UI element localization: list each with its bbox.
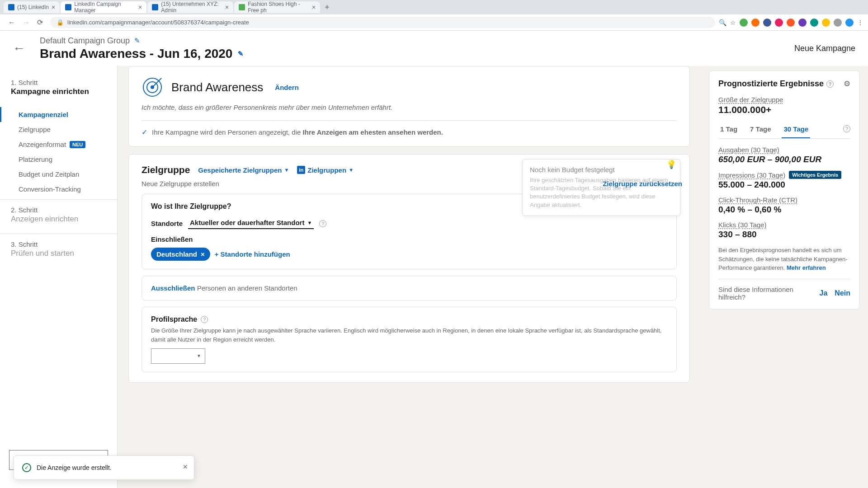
campaign-group-title: Default Campaign Group✎ — [40, 36, 244, 46]
tooltip-title: Noch kein Budget festgelegt — [530, 166, 673, 174]
extension-icon[interactable] — [810, 19, 818, 27]
audience-card: Zielgruppe Gespeicherte Zielgruppen▼ inZ… — [128, 154, 690, 383]
success-toast: ✓ Die Anzeige wurde erstellt. × — [14, 455, 194, 480]
extension-icon[interactable] — [787, 19, 795, 27]
objective-card: Brand Awareness Ändern Ich möchte, dass … — [128, 66, 690, 147]
location-type-dropdown[interactable]: Aktueller oder dauerhafter Standort▼ — [188, 218, 314, 229]
step-title: Kampagne einrichten — [11, 87, 106, 96]
objective-description: Ich möchte, dass ein größerer Personenkr… — [142, 103, 677, 111]
exclude-text: Personen an anderen Standorten — [195, 284, 297, 292]
close-icon[interactable]: × — [138, 4, 142, 11]
extension-icon[interactable] — [751, 19, 760, 27]
step-number: 3. Schritt — [11, 240, 106, 248]
profile-language-section: Profilsprache ? Die Größe Ihrer Zielgrup… — [142, 307, 677, 372]
forecast-title: Prognostizierte Ergebnisse? — [718, 79, 834, 89]
ctr-metric: Click-Through-Rate (CTR) 0,40 % – 0,60 % — [718, 196, 850, 215]
radar-icon — [142, 76, 163, 98]
browser-tab[interactable]: (15) LinkedIn× — [4, 1, 60, 13]
close-icon[interactable]: × — [183, 462, 188, 472]
remove-chip-icon[interactable]: × — [201, 250, 205, 258]
reload-icon[interactable]: ⟳ — [33, 18, 47, 27]
menu-icon[interactable]: ⋮ — [857, 19, 863, 26]
key-result-badge: Wichtiges Ergebnis — [789, 171, 841, 179]
sidebar-item-zielgruppe[interactable]: Zielgruppe — [0, 122, 117, 137]
help-icon[interactable]: ? — [843, 125, 850, 132]
sidebar-item-kampagnenziel[interactable]: Kampagnenziel — [0, 107, 117, 122]
browser-tab-active[interactable]: LinkedIn Campaign Manager× — [61, 1, 146, 13]
app-header: ← Default Campaign Group✎ Brand Awarenes… — [0, 31, 868, 66]
learn-more-link[interactable]: Mehr erfahren — [787, 264, 826, 271]
extension-icon[interactable] — [740, 19, 748, 27]
audience-title: Zielgruppe — [142, 164, 190, 175]
favicon — [65, 4, 71, 10]
new-tab-button[interactable]: + — [321, 3, 333, 12]
check-icon: ✓ — [22, 463, 31, 472]
extension-icon[interactable] — [822, 19, 830, 27]
reset-audience-link[interactable]: Zielgruppe zurücksetzen — [603, 180, 682, 188]
locations-label: Standorte — [151, 220, 183, 227]
spend-metric: Ausgaben (30 Tage) 650,00 EUR – 900,00 E… — [718, 146, 850, 164]
sidebar-item-budget[interactable]: Budget und Zeitplan — [0, 167, 117, 182]
tab-7-days[interactable]: 7 Tage — [748, 122, 773, 138]
close-icon[interactable]: × — [225, 4, 229, 11]
forecast-disclaimer: Bei den Ergebnisprognosen handelt es sic… — [718, 246, 850, 272]
extension-icon[interactable] — [798, 19, 807, 27]
add-location-button[interactable]: +Standorte hinzufügen — [215, 250, 290, 258]
saved-audiences-dropdown[interactable]: Gespeicherte Zielgruppen▼ — [198, 166, 289, 174]
edit-icon[interactable]: ✎ — [238, 50, 244, 58]
plus-icon: + — [215, 250, 219, 258]
helpful-yes-button[interactable]: Ja — [820, 289, 828, 297]
forward-icon[interactable]: → — [19, 19, 33, 27]
step-3[interactable]: 3. Schritt Prüfen und starten — [0, 237, 117, 265]
language-dropdown[interactable] — [151, 348, 205, 364]
sidebar-item-platzierung[interactable]: Platzierung — [0, 152, 117, 167]
gear-icon[interactable]: ⚙ — [844, 79, 850, 89]
help-icon[interactable]: ? — [319, 220, 326, 227]
forecast-panel: Prognostizierte Ergebnisse? ⚙ Größe der … — [701, 66, 868, 488]
browser-tab-strip: (15) LinkedIn× LinkedIn Campaign Manager… — [0, 0, 868, 14]
new-badge: NEU — [70, 141, 85, 148]
extension-icon[interactable] — [775, 19, 783, 27]
zoom-icon[interactable]: 🔍 — [719, 19, 726, 26]
objective-title: Brand Awareness — [171, 80, 263, 94]
step-title: Prüfen und starten — [11, 249, 106, 258]
location-chip: Deutschland× — [151, 248, 210, 261]
url-input[interactable]: 🔒linkedin.com/campaignmanager/account/50… — [50, 17, 715, 28]
sidebar: 1. Schritt Kampagne einrichten Kampagnen… — [0, 66, 118, 488]
favicon — [8, 4, 14, 10]
avatar-icon[interactable] — [845, 19, 854, 27]
helpful-no-button[interactable]: Nein — [835, 289, 850, 297]
audience-size-label: Größe der Zielgruppe — [718, 96, 850, 103]
back-arrow-icon[interactable]: ← — [13, 41, 25, 56]
audience-size-value: 11.000.000+ — [718, 104, 850, 115]
favicon — [152, 4, 158, 10]
sidebar-item-conversion[interactable]: Conversion-Tracking — [0, 182, 117, 197]
back-icon[interactable]: ← — [5, 19, 19, 27]
change-link[interactable]: Ändern — [275, 84, 299, 91]
edit-icon[interactable]: ✎ — [134, 37, 140, 45]
sidebar-item-anzeigenformat[interactable]: AnzeigenformatNEU — [0, 137, 117, 152]
step-number: 2. Schritt — [11, 206, 106, 214]
campaign-name-title: Brand Awareness - Jun 16, 2020✎ — [40, 47, 244, 61]
browser-tab[interactable]: (15) Unternehmen XYZ: Admin× — [147, 1, 233, 13]
help-icon[interactable]: ? — [826, 80, 834, 88]
close-icon[interactable]: × — [52, 4, 55, 11]
audiences-dropdown[interactable]: inZielgruppen▼ — [297, 166, 354, 174]
forecast-tabs: 1 Tag 7 Tage 30 Tage ? — [718, 122, 850, 139]
clicks-metric: Klicks (30 Tage) 330 – 880 — [718, 221, 850, 239]
exclude-section[interactable]: Ausschließen Personen an anderen Standor… — [142, 276, 677, 300]
step-2[interactable]: 2. Schritt Anzeigen einrichten — [0, 202, 117, 231]
profile-language-desc: Die Größe Ihrer Zielgruppe kann je nach … — [151, 326, 667, 344]
tab-30-days[interactable]: 30 Tage — [782, 122, 810, 138]
toast-message: Die Anzeige wurde erstellt. — [37, 464, 112, 471]
include-label: Einschließen — [151, 235, 667, 243]
help-icon[interactable]: ? — [201, 316, 208, 323]
star-icon[interactable]: ☆ — [730, 19, 736, 26]
extension-icon[interactable] — [763, 19, 771, 27]
close-icon[interactable]: × — [312, 4, 316, 11]
linkedin-icon: in — [297, 166, 305, 174]
tab-1-day[interactable]: 1 Tag — [718, 122, 739, 138]
lightbulb-icon[interactable]: 💡 — [666, 160, 676, 169]
browser-tab[interactable]: Fashion Shoes High - Free ph× — [234, 1, 320, 13]
extension-icon[interactable] — [834, 19, 842, 27]
